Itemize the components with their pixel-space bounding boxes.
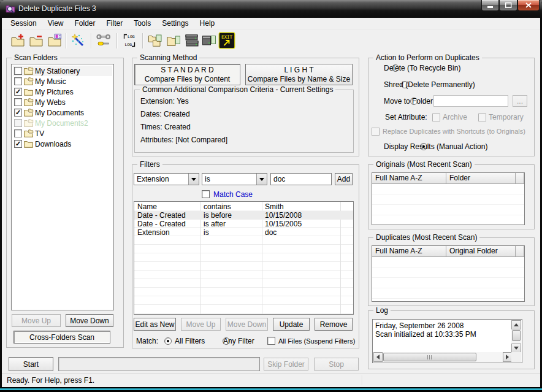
- duplicates-body[interactable]: [372, 257, 524, 301]
- folder-list-item[interactable]: My Stationery: [13, 66, 112, 76]
- copy-drive-button[interactable]: [183, 32, 200, 49]
- drives-icon: [185, 33, 199, 48]
- folder-list-item[interactable]: ✓ My Documents: [13, 107, 112, 118]
- filter-row[interactable]: Name contains Smith: [134, 202, 353, 211]
- folder-checkbox: [14, 119, 22, 127]
- start-button[interactable]: Start: [9, 357, 53, 371]
- filter-move-up-button[interactable]: Move Up: [181, 318, 221, 331]
- folder-list-item[interactable]: TV: [13, 128, 112, 139]
- match-case-checkbox[interactable]: [202, 190, 210, 198]
- edit-as-new-button[interactable]: Edit as New: [134, 318, 176, 331]
- maximize-button[interactable]: [499, 0, 517, 11]
- match-case-label[interactable]: Match Case: [213, 190, 253, 199]
- folder-list-item-disabled[interactable]: My Documents2: [13, 118, 112, 128]
- move-folder-button[interactable]: [165, 32, 182, 49]
- log-vscrollbar[interactable]: [511, 320, 521, 353]
- browse-folder-button[interactable]: ...: [513, 95, 527, 107]
- cross-folders-scan-toggle[interactable]: Cross-Folders Scan: [13, 331, 110, 344]
- folder-properties-button[interactable]: [46, 32, 63, 49]
- folder-checkbox[interactable]: ✓: [14, 140, 22, 148]
- menu-item-filter[interactable]: Filter: [101, 18, 129, 29]
- scroll-left-button[interactable]: [373, 352, 383, 362]
- filter-move-down-button[interactable]: Move Down: [226, 318, 268, 331]
- menu-item-session[interactable]: Session: [5, 18, 42, 29]
- folder-subfolders-icon: [23, 98, 34, 106]
- log-hscrollbar[interactable]: [373, 352, 512, 362]
- all-filters-label[interactable]: All Filters: [175, 337, 205, 345]
- skip-folder-button[interactable]: Skip Folder: [264, 358, 308, 371]
- originals-folder-header[interactable]: Folder: [446, 173, 516, 184]
- folder-checkbox[interactable]: [14, 67, 22, 75]
- scroll-down-button[interactable]: [511, 344, 521, 353]
- all-files-checkbox[interactable]: [267, 337, 275, 345]
- menu-item-help[interactable]: Help: [194, 18, 221, 29]
- filter-row[interactable]: Date - Created is after 10/15/2005: [134, 220, 353, 228]
- scroll-right-button[interactable]: [503, 352, 512, 362]
- filter-value-input[interactable]: [270, 173, 332, 185]
- remove-folder-button[interactable]: [28, 32, 45, 49]
- close-button[interactable]: [517, 0, 540, 11]
- copy-folder-button[interactable]: [147, 32, 164, 49]
- display-results-label[interactable]: Display Results (Manual Action): [384, 142, 487, 151]
- hscroll-thumb[interactable]: [383, 353, 476, 361]
- menu-item-folder[interactable]: Folder: [69, 18, 101, 29]
- remove-filter-button[interactable]: Remove: [315, 318, 353, 331]
- add-folder-button[interactable]: [9, 32, 26, 49]
- move-drive-button[interactable]: [200, 32, 218, 49]
- minimize-button[interactable]: [481, 0, 499, 11]
- log-line: Friday, September 26 2008: [375, 321, 464, 330]
- light-method-button[interactable]: L I G H T Compare Files by Name & Size: [245, 64, 353, 85]
- filter-row-selected[interactable]: Date - Created is before 10/15/2008: [134, 211, 353, 220]
- folder-checkbox[interactable]: [14, 129, 22, 137]
- log-button[interactable]: LOG LOG: [121, 32, 138, 49]
- move-folder-path-input[interactable]: [433, 95, 508, 107]
- folder-list-item[interactable]: My Music: [13, 76, 112, 86]
- folder-checkbox[interactable]: ✓: [14, 88, 22, 96]
- scroll-up-button[interactable]: [511, 320, 521, 329]
- folder-list-item[interactable]: My Webs: [13, 97, 112, 107]
- duplicates-name-header[interactable]: Full Name A-Z: [372, 246, 446, 257]
- status-bar: Ready. For Help, press F1.: [2, 373, 540, 387]
- filter-condition-dropdown[interactable]: is: [202, 173, 267, 185]
- stop-button[interactable]: Stop: [314, 358, 359, 371]
- originals-body[interactable]: [372, 184, 524, 225]
- vscroll-thumb[interactable]: [512, 330, 521, 341]
- filter-row[interactable]: Extension is doc: [134, 228, 353, 237]
- dropdown-button[interactable]: [188, 174, 199, 185]
- dropdown-button[interactable]: [256, 174, 267, 185]
- menu-item-settings[interactable]: Settings: [156, 18, 194, 29]
- folders-move-up-button[interactable]: Move Up: [12, 314, 61, 327]
- menu-item-view[interactable]: View: [42, 18, 69, 29]
- criteria-times: Times: Created: [140, 123, 191, 131]
- app-icon[interactable]: [6, 4, 15, 13]
- folder-checkbox[interactable]: [14, 98, 22, 106]
- scanning-method-title: Scanning Method: [137, 53, 199, 62]
- folder-list-item[interactable]: ✓ Downloads: [13, 139, 112, 149]
- scan-folders-list[interactable]: My Stationery My Music ✓ My Pictures My …: [11, 64, 114, 310]
- options-tools-button[interactable]: [95, 32, 112, 49]
- filter-field-dropdown[interactable]: Extension: [134, 173, 199, 185]
- delete-label[interactable]: Delete (To Recycle Bin): [384, 64, 460, 72]
- add-folder-icon: [10, 33, 25, 48]
- originals-name-header[interactable]: Full Name A-Z: [372, 173, 446, 184]
- shred-label[interactable]: Shred (Delete Permanently): [384, 80, 475, 89]
- standard-method-button[interactable]: S T A N D A R D Compare Files by Content: [134, 64, 240, 85]
- exit-button[interactable]: EXIT: [218, 31, 236, 50]
- duplicates-folder-header[interactable]: Original Folder: [446, 246, 516, 257]
- any-filter-label[interactable]: Any Filter: [223, 337, 254, 345]
- wizard-button[interactable]: [69, 32, 86, 49]
- folder-list-item[interactable]: ✓ My Pictures: [13, 86, 112, 97]
- tools-icon: [96, 33, 111, 48]
- filter-list[interactable]: Name contains Smith Date - Created is be…: [134, 201, 354, 315]
- update-filter-button[interactable]: Update: [273, 318, 310, 331]
- all-filters-radio[interactable]: [164, 337, 172, 345]
- status-text: Ready. For Help, press F1.: [7, 376, 94, 385]
- folder-checkbox[interactable]: ✓: [14, 109, 22, 117]
- all-files-label[interactable]: All Files (Suspend Filters): [278, 337, 355, 345]
- menu-item-tools[interactable]: Tools: [128, 18, 156, 29]
- folders-move-down-button[interactable]: Move Down: [66, 314, 113, 327]
- folder-checkbox[interactable]: [14, 77, 22, 85]
- add-filter-button[interactable]: Add: [335, 173, 353, 185]
- log-box[interactable]: Friday, September 26 2008 Scan initializ…: [372, 319, 522, 363]
- move-to-folder-label[interactable]: Move to Folder: [384, 97, 433, 106]
